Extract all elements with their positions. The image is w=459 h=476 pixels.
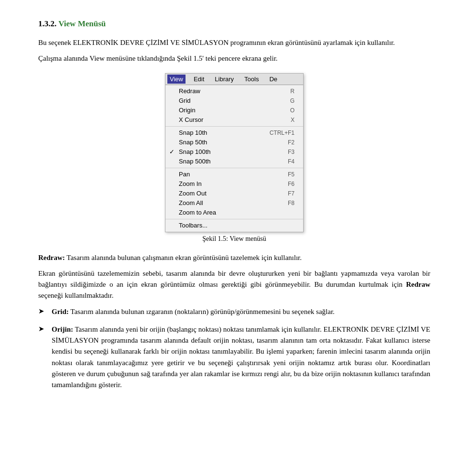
bullet-grid: ➤ Grid: Tasarım alanında bulunan ızgaran… [38, 306, 430, 317]
menu-item-snap10[interactable]: Snap 10th CTRL+F1 [165, 128, 303, 138]
bullet-orijin: ➤ Orijin: Tasarım alanında yeni bir orij… [38, 324, 430, 391]
menu-caption: Şekil 1.5: View menüsü [202, 235, 266, 243]
menu-item-snap100[interactable]: ✓ Snap 100th F3 [165, 147, 303, 157]
snap100-checkmark: ✓ [169, 148, 175, 155]
menu-item-snap500[interactable]: Snap 500th F4 [165, 157, 303, 166]
menu-item-zoomout[interactable]: Zoom Out F7 [165, 189, 303, 198]
menu-item-snap50[interactable]: Snap 50th F2 [165, 138, 303, 147]
menu-topbar-tools[interactable]: Tools [242, 75, 261, 84]
redraw-paragraph: Redraw: Tasarım alanında bulunan çalışma… [38, 252, 430, 263]
bullet-content-orijin: Orijin: Tasarım alanında yeni bir orijin… [52, 324, 430, 391]
menu-item-toolbars[interactable]: Toolbars... [165, 221, 303, 230]
menu-topbar-library[interactable]: Library [212, 75, 236, 84]
grid-term: Grid: [52, 308, 69, 315]
menu-item-grid[interactable]: Grid G [165, 96, 303, 106]
intro-paragraph-2: Çalışma alanında View menüsüne tıklandığ… [38, 53, 430, 64]
orijin-term: Orijin: [52, 325, 73, 333]
menu-section-4: Toolbars... [165, 219, 303, 232]
menu-screenshot-block: View Edit Library Tools De Redraw R Grid… [38, 73, 430, 249]
orijin-text: Tasarım alanında yeni bir orijin (başlan… [52, 325, 430, 389]
menu-topbar-de: De [267, 75, 280, 84]
menu-section-3: Pan F5 Zoom In F6 Zoom Out F7 Zoom All [165, 168, 303, 219]
section-title-text: View Menüsü [58, 19, 106, 28]
menu-item-zoomin[interactable]: Zoom In F6 [165, 179, 303, 189]
menu-topbar-edit[interactable]: Edit [191, 75, 207, 84]
bullet-section: ➤ Grid: Tasarım alanında bulunan ızgaran… [38, 306, 430, 391]
bullet-arrow-grid: ➤ [38, 307, 47, 315]
menu-section-2: Snap 10th CTRL+F1 Snap 50th F2 ✓ Snap 10… [165, 127, 303, 168]
redraw-term: Redraw: [38, 254, 65, 261]
menu-item-pan[interactable]: Pan F5 [165, 170, 303, 179]
redraw-detail: Ekran görüntüsünü tazelememizin sebebi, … [38, 270, 430, 288]
section-number: 1.3.2. [38, 19, 56, 28]
intro-paragraph-1: Bu seçenek ELEKTRONİK DEVRE ÇİZİMİ VE Sİ… [38, 37, 430, 48]
bullet-arrow-orijin: ➤ [38, 325, 47, 333]
menu-item-redraw[interactable]: Redraw R [165, 87, 303, 96]
menu-screenshot: View Edit Library Tools De Redraw R Grid… [165, 73, 304, 232]
section-title: 1.3.2. View Menüsü [38, 19, 430, 29]
redraw-end: seçeneği kullanılmaktadır. [38, 292, 113, 299]
section-header: 1.3.2. View Menüsü [38, 19, 430, 29]
redraw-desc: Tasarım alanında bulunan çalışmanın ekra… [65, 254, 302, 261]
menu-section-1: Redraw R Grid G Origin O X Cursor [165, 85, 303, 127]
menu-item-zoomtoarea[interactable]: Zoom to Area [165, 208, 303, 217]
menu-item-xcursor[interactable]: X Cursor X [165, 115, 303, 125]
menu-item-zoomall[interactable]: Zoom All F8 [165, 198, 303, 208]
bullet-content-grid: Grid: Tasarım alanında bulunan ızgaranın… [52, 306, 430, 317]
redraw-bold: Redraw [406, 281, 430, 288]
redraw-detail-paragraph: Ekran görüntüsünü tazelememizin sebebi, … [38, 268, 430, 302]
menu-topbar-view[interactable]: View [167, 75, 186, 84]
grid-text: Tasarım alanında bulunan ızgaranın (nokt… [69, 308, 335, 315]
menu-item-origin[interactable]: Origin O [165, 106, 303, 115]
menu-topbar: View Edit Library Tools De [165, 74, 303, 85]
